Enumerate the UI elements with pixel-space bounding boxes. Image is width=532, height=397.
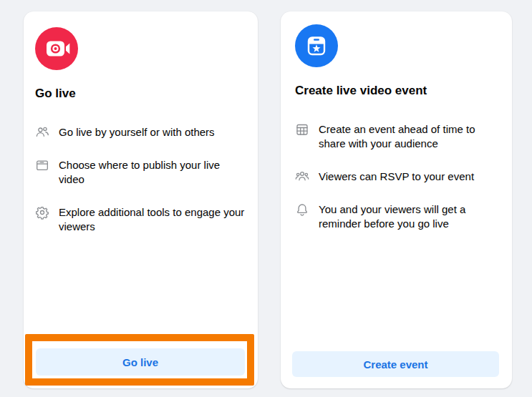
feature-item: Create an event ahead of time to share w…: [295, 122, 500, 151]
feature-text: You and your viewers will get a reminder…: [319, 202, 500, 231]
feature-item: Viewers can RSVP to your event: [295, 170, 500, 184]
feature-text: Viewers can RSVP to your event: [319, 170, 474, 184]
feature-text: Choose where to publish your live video: [59, 158, 246, 187]
feature-text: Explore additional tools to engage your …: [59, 205, 246, 234]
feature-item: Explore additional tools to engage your …: [35, 205, 246, 234]
gear-icon: [35, 205, 49, 220]
feature-text: Create an event ahead of time to share w…: [319, 122, 500, 151]
card-title: Go live: [35, 86, 246, 102]
card-title: Create live video event: [295, 83, 500, 99]
go-live-button[interactable]: Go live: [36, 348, 245, 376]
feature-item: You and your viewers will get a reminder…: [295, 202, 500, 231]
feature-list: Create an event ahead of time to share w…: [295, 122, 500, 231]
create-event-button[interactable]: Create event: [292, 351, 499, 377]
feature-item: Choose where to publish your live video: [35, 158, 246, 187]
feature-item: Go live by yourself or with others: [35, 125, 246, 139]
three-people-icon: [295, 170, 309, 184]
create-live-video-event-card: Create live video event Create an event …: [281, 11, 512, 388]
feature-text: Go live by yourself or with others: [59, 125, 215, 139]
calendar-grid-icon: [295, 122, 309, 137]
calendar-star-icon: [295, 24, 338, 67]
bell-icon: [295, 202, 309, 217]
browser-window-icon: [35, 158, 49, 172]
go-live-card: Go live Go live by yourself or with othe…: [24, 11, 258, 388]
live-video-camera-icon: [35, 27, 78, 70]
feature-list: Go live by yourself or with others Choos…: [35, 125, 246, 234]
two-people-icon: [35, 125, 49, 139]
